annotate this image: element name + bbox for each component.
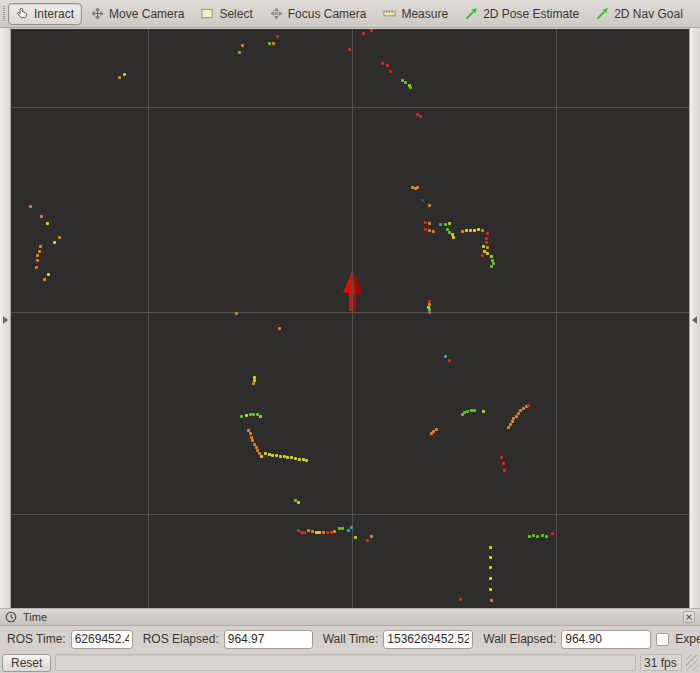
scan-point — [482, 410, 485, 413]
publish-point-tool-button[interactable]: Publish Point — [692, 3, 700, 25]
scan-point — [35, 266, 38, 269]
scan-point — [241, 44, 244, 47]
scan-point — [473, 229, 476, 232]
scan-point — [311, 530, 314, 533]
scan-point — [366, 539, 369, 542]
scan-point — [428, 229, 431, 232]
scan-point — [275, 454, 278, 457]
grid-line-horizontal — [11, 514, 689, 515]
scan-point — [482, 245, 485, 248]
scan-point — [511, 420, 514, 423]
wall-elapsed-label: Wall Elapsed: — [483, 632, 556, 646]
scan-point — [419, 115, 422, 118]
measure-tool-label: Measure — [401, 7, 448, 21]
scan-point — [486, 246, 489, 249]
scan-point — [473, 409, 476, 412]
scan-point — [46, 222, 49, 225]
scan-point — [490, 265, 493, 268]
focus-camera-tool-button[interactable]: Focus Camera — [262, 3, 375, 25]
scan-point — [318, 531, 321, 534]
scan-point — [39, 245, 42, 248]
move-camera-icon — [91, 7, 104, 20]
interact-tool-label: Interact — [34, 7, 74, 21]
scan-point — [489, 546, 492, 549]
interact-tool-button[interactable]: Interact — [8, 3, 82, 25]
select-tool-button[interactable]: Select — [193, 3, 260, 25]
scan-point — [29, 205, 32, 208]
scan-point — [551, 532, 554, 535]
scan-point — [509, 423, 512, 426]
wall-time-label: Wall Time: — [323, 632, 379, 646]
window-resize-grip[interactable] — [686, 655, 698, 671]
scan-point — [305, 459, 308, 462]
scan-point — [465, 229, 468, 232]
scan-point — [432, 230, 435, 233]
select-box-icon — [201, 7, 214, 20]
scan-point — [251, 439, 254, 442]
grid-line-horizontal — [11, 312, 689, 313]
scan-point — [362, 32, 365, 35]
reset-button[interactable]: Reset — [2, 654, 51, 672]
left-panel-collapse-strip[interactable] — [0, 28, 11, 608]
measure-ruler-icon — [383, 7, 396, 20]
time-panel-close-button[interactable] — [683, 611, 695, 623]
scan-point — [245, 414, 248, 417]
scan-point — [260, 455, 263, 458]
scan-point — [294, 457, 297, 460]
grid-line-horizontal — [11, 107, 689, 108]
scan-point — [485, 237, 488, 240]
wall-time-input[interactable] — [383, 630, 473, 649]
scan-point — [238, 51, 241, 54]
scan-point — [322, 531, 325, 534]
clock-icon — [5, 611, 17, 623]
scan-point — [252, 413, 255, 416]
ros-elapsed-label: ROS Elapsed: — [143, 632, 219, 646]
toolbar-drag-handle[interactable] — [3, 6, 5, 21]
select-tool-label: Select — [219, 7, 252, 21]
pose-estimate-tool-button[interactable]: 2D Pose Estimate — [457, 3, 587, 25]
scan-point — [490, 599, 493, 602]
scan-point — [459, 598, 462, 601]
scan-point — [466, 410, 469, 413]
focus-camera-icon — [270, 7, 283, 20]
scan-point — [264, 452, 267, 455]
scan-point — [532, 534, 535, 537]
scan-point — [268, 42, 271, 45]
scan-point — [448, 222, 451, 225]
scan-point — [341, 527, 344, 530]
wall-elapsed-input[interactable] — [561, 630, 651, 649]
scan-point — [439, 223, 442, 226]
right-panel-collapse-strip[interactable] — [689, 28, 700, 608]
scan-point — [350, 526, 353, 529]
scan-point — [259, 415, 262, 418]
scan-point — [428, 204, 431, 207]
fps-value: 31 fps — [644, 656, 677, 670]
render-area[interactable] — [11, 29, 689, 608]
reset-button-label: Reset — [11, 656, 42, 670]
scan-point — [461, 230, 464, 233]
scan-point — [286, 456, 289, 459]
experimental-checkbox[interactable] — [656, 633, 669, 646]
ros-time-input[interactable] — [71, 630, 133, 649]
scan-point — [278, 327, 281, 330]
time-panel-header[interactable]: Time — [0, 608, 700, 626]
measure-tool-button[interactable]: Measure — [375, 3, 456, 25]
nav-goal-tool-button[interactable]: 2D Nav Goal — [588, 3, 691, 25]
toolbar: Interact Move Camera Select Focus Camera — [0, 0, 700, 28]
scan-point — [47, 273, 50, 276]
scan-point — [424, 228, 427, 231]
scan-point — [489, 566, 492, 569]
ros-elapsed-input[interactable] — [224, 630, 313, 649]
scan-point — [272, 42, 275, 45]
scan-point — [271, 454, 274, 457]
scan-point — [249, 432, 252, 435]
scan-point — [486, 232, 489, 235]
scan-point — [489, 588, 492, 591]
move-camera-tool-button[interactable]: Move Camera — [83, 3, 192, 25]
scan-point — [297, 501, 300, 504]
scan-point — [333, 530, 336, 533]
scan-point — [428, 311, 431, 314]
pose-estimate-tool-label: 2D Pose Estimate — [483, 7, 579, 21]
scan-point — [348, 48, 351, 51]
scan-point — [409, 86, 412, 89]
